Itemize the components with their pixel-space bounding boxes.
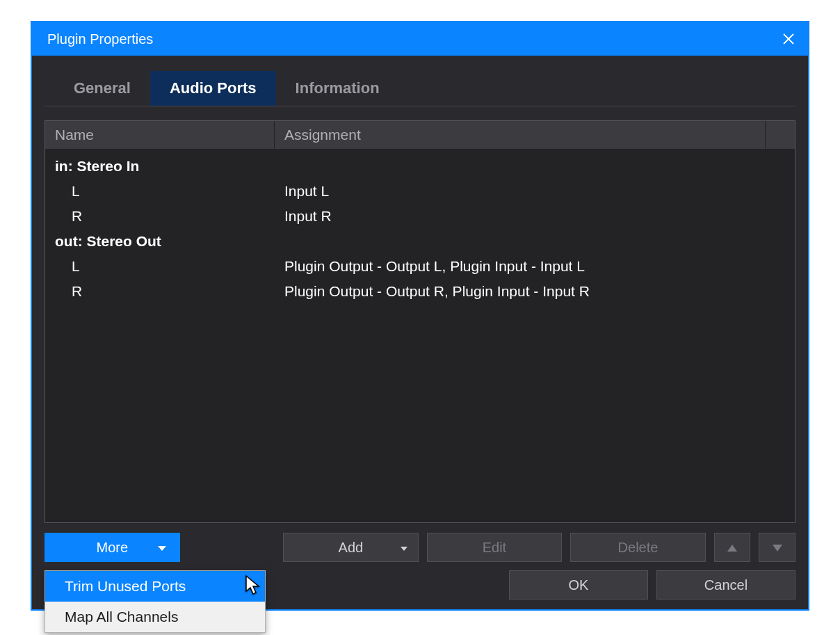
- ok-button-label: OK: [569, 577, 589, 593]
- table-body: in: Stereo In L Input L R Input R out: S…: [45, 150, 795, 522]
- move-down-button[interactable]: [759, 533, 795, 562]
- window-title: Plugin Properties: [47, 31, 153, 47]
- table-row[interactable]: L Plugin Output - Output L, Plugin Input…: [45, 254, 795, 279]
- tab-audio-ports[interactable]: Audio Ports: [150, 71, 276, 106]
- ok-button[interactable]: OK: [509, 570, 648, 600]
- triangle-up-icon: [727, 540, 738, 556]
- cell-assignment: [275, 232, 795, 251]
- column-header-assignment[interactable]: Assignment: [275, 121, 766, 149]
- delete-button[interactable]: Delete: [570, 533, 706, 562]
- cell-name: R: [45, 282, 275, 301]
- cell-name: L: [45, 182, 275, 201]
- cancel-button-label: Cancel: [704, 577, 748, 593]
- cell-name: out: Stereo Out: [45, 232, 275, 251]
- more-button[interactable]: More: [45, 533, 180, 562]
- cell-assignment: Input R: [275, 207, 795, 226]
- tab-information[interactable]: Information: [276, 71, 399, 106]
- add-button[interactable]: Add: [283, 533, 419, 562]
- plugin-properties-dialog: Plugin Properties General Audio Ports In…: [31, 21, 809, 611]
- menu-item-map-all-channels[interactable]: Map All Channels: [45, 602, 265, 632]
- action-button-row: More Add Edit Delete: [45, 533, 795, 562]
- column-header-name[interactable]: Name: [45, 121, 275, 149]
- dialog-content: General Audio Ports Information Name Ass…: [32, 56, 808, 609]
- cancel-button[interactable]: Cancel: [656, 570, 795, 600]
- cell-assignment: Plugin Output - Output R, Plugin Input -…: [275, 282, 795, 301]
- cell-assignment: Plugin Output - Output L, Plugin Input -…: [275, 257, 795, 276]
- table-row[interactable]: L Input L: [45, 179, 795, 204]
- titlebar: Plugin Properties: [32, 22, 808, 56]
- ports-table: Name Assignment in: Stereo In L Input L …: [45, 120, 795, 523]
- delete-button-label: Delete: [618, 540, 659, 556]
- cell-assignment: [275, 156, 795, 176]
- add-button-label: Add: [339, 540, 364, 556]
- chevron-down-icon: [157, 540, 167, 556]
- chevron-down-icon: [400, 540, 408, 556]
- tab-bar: General Audio Ports Information: [45, 71, 795, 106]
- cell-name: L: [45, 257, 275, 276]
- move-up-button[interactable]: [714, 533, 751, 562]
- table-header: Name Assignment: [45, 121, 795, 150]
- table-row[interactable]: R Plugin Output - Output R, Plugin Input…: [45, 279, 795, 304]
- close-icon[interactable]: [782, 32, 795, 46]
- edit-button-label: Edit: [483, 540, 506, 556]
- cell-name: in: Stereo In: [45, 156, 275, 176]
- cell-assignment: Input L: [275, 182, 795, 201]
- menu-item-trim-unused-ports[interactable]: Trim Unused Ports: [45, 571, 265, 602]
- table-row[interactable]: R Input R: [45, 204, 795, 229]
- triangle-down-icon: [772, 540, 783, 556]
- column-header-spacer: [766, 121, 795, 149]
- cell-name: R: [45, 207, 275, 226]
- tab-general[interactable]: General: [54, 71, 150, 106]
- more-button-label: More: [97, 540, 129, 556]
- table-row[interactable]: in: Stereo In: [45, 154, 795, 179]
- more-dropdown-menu: Trim Unused Ports Map All Channels: [45, 570, 266, 633]
- edit-button[interactable]: Edit: [427, 533, 563, 562]
- table-row[interactable]: out: Stereo Out: [45, 229, 795, 254]
